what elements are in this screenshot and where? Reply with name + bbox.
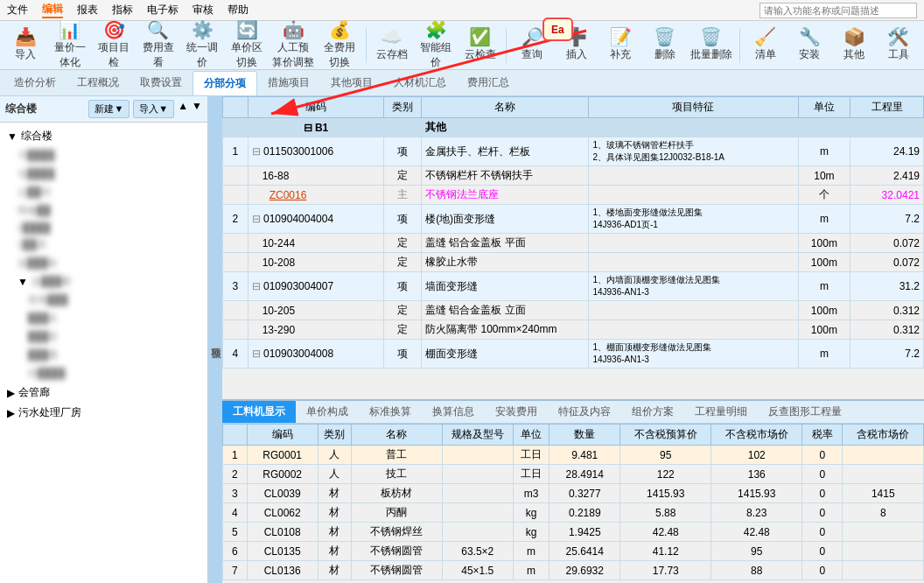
unit-switch-button[interactable]: 🔄 单价区切换 <box>227 25 268 67</box>
import-sidebar-button[interactable]: 导入▼ <box>133 100 174 118</box>
tab-fee-summary[interactable]: 费用汇总 <box>457 71 520 95</box>
ai-price-button[interactable]: 🤖 人工预算价调整 <box>270 25 316 67</box>
code-cell[interactable]: ⊟ 011503001006 <box>248 137 383 166</box>
batch-delete-button[interactable]: 🗑️ 批量删除 <box>689 25 734 67</box>
import-button[interactable]: 📥 导入 <box>5 25 46 67</box>
bt-code[interactable]: CL0135 <box>247 542 318 561</box>
tab-measures[interactable]: 措施项目 <box>257 71 320 95</box>
tree-item-root[interactable]: ▼ 综合楼 <box>0 126 207 146</box>
code-cell[interactable]: ⊟ 010904004004 <box>248 205 383 234</box>
tab-cost-analysis[interactable]: 造价分析 <box>4 71 66 95</box>
code-cell[interactable]: ⊟ 010903004007 <box>248 272 383 301</box>
collapse-button[interactable]: 整项目 <box>208 96 222 583</box>
tab-labor-material[interactable]: 人材机汇总 <box>383 71 457 95</box>
adjust-icon: ⚙️ <box>192 21 214 39</box>
menu-item-review[interactable]: 审核 <box>192 3 214 18</box>
install-button[interactable]: 🔧 安装 <box>789 25 830 67</box>
bt-code[interactable]: CL0062 <box>247 503 318 523</box>
insert-button[interactable]: ➕ 插入 <box>556 25 597 67</box>
list-item[interactable]: 1████ <box>0 220 207 235</box>
code-cell[interactable]: 10-208 <box>248 253 383 272</box>
list-item[interactable]: ███水 <box>0 309 207 327</box>
unit-cell <box>798 118 850 137</box>
tree-item-hall[interactable]: ▼ 会███楼 <box>0 272 207 291</box>
tools-button[interactable]: 🛠️ 工具 <box>878 25 919 67</box>
up-icon[interactable]: ▲ <box>178 100 188 118</box>
bt-taxed: 8 <box>843 503 924 523</box>
menu-item-file[interactable]: 文件 <box>7 3 28 18</box>
bt-name: 不锈钢圆管 <box>351 542 442 561</box>
bt-code[interactable]: RG0001 <box>247 446 318 465</box>
adjust-button[interactable]: ⚙️ 统一调价 <box>182 25 223 67</box>
tab-sub-items[interactable]: 分部分项 <box>192 71 257 95</box>
list-item[interactable]: 卡████ <box>0 146 207 165</box>
tree-item-gallery[interactable]: ▶ 会管廊 <box>0 383 207 403</box>
collapse-row-btn[interactable]: ⊟ <box>252 348 261 360</box>
query-button[interactable]: 🔎 查询 <box>512 25 553 67</box>
list-item[interactable]: 仓████ <box>0 165 207 183</box>
unified-button[interactable]: 📊 量价一体化 <box>50 25 91 67</box>
menu-item-electronic[interactable]: 电子标 <box>147 3 178 18</box>
supplement-button[interactable]: 📝 补充 <box>600 25 641 67</box>
bottom-tab-group[interactable]: 组价方案 <box>621 401 684 423</box>
list-item[interactable]: ███采 <box>0 327 207 346</box>
zccode-link[interactable]: ZC0016 <box>270 189 307 201</box>
bottom-tab-feature[interactable]: 特征及内容 <box>548 401 621 423</box>
bt-market: 8.23 <box>711 503 802 523</box>
code-cell[interactable]: 10-244 <box>248 234 383 253</box>
expand-btn[interactable]: ⊟ <box>304 122 312 134</box>
new-button[interactable]: 新建▼ <box>88 100 130 118</box>
list-item[interactable]: 维修██ <box>0 201 207 220</box>
code-cell[interactable]: 10-205 <box>248 301 383 320</box>
bottom-tab-calc-info[interactable]: 换算信息 <box>422 401 485 423</box>
menu-item-report[interactable]: 报表 <box>77 3 98 18</box>
bt-qty: 9.481 <box>550 446 620 465</box>
menu-item-help[interactable]: 帮助 <box>228 3 248 18</box>
code-cell[interactable]: ZC0016 <box>248 186 383 205</box>
code-cell[interactable]: ⊟ 010903004008 <box>248 340 383 369</box>
down-icon[interactable]: ▼ <box>192 100 202 118</box>
bottom-tab-install-fee[interactable]: 安装费用 <box>485 401 548 423</box>
list-item[interactable]: 公██间 <box>0 183 207 201</box>
name-cell: 盖缝 铝合金盖板 平面 <box>422 234 589 253</box>
tab-project-overview[interactable]: 工程概况 <box>66 71 130 95</box>
list-item[interactable]: 1██房 <box>0 235 207 254</box>
bt-code[interactable]: CL0039 <box>247 484 318 503</box>
bottom-tab-labor[interactable]: 工料机显示 <box>222 401 296 423</box>
code-cell[interactable]: 16-88 <box>248 166 383 186</box>
collapse-row-btn[interactable]: ⊟ <box>252 280 261 292</box>
delete-button[interactable]: 🗑️ 删除 <box>645 25 686 67</box>
collapse-row-btn[interactable]: ⊟ <box>252 213 261 225</box>
smart-group-button[interactable]: 🧩 智能组价 <box>416 25 457 67</box>
main-table: 编码 类别 名称 项目特征 单位 工程里 ⊟ B1 <box>222 96 924 369</box>
bt-code[interactable]: CL0108 <box>247 523 318 542</box>
list-item[interactable]: ███通 <box>0 346 207 364</box>
list-item[interactable]: 业███制 <box>0 254 207 272</box>
bottom-tab-qty-detail[interactable]: 工程量明细 <box>684 401 758 423</box>
bottom-tab-std-calc[interactable]: 标准换算 <box>359 401 422 423</box>
full-fee-button[interactable]: 💰 全费用切换 <box>319 25 360 67</box>
bt-code[interactable]: CL0136 <box>247 561 318 580</box>
menu-item-index[interactable]: 指标 <box>112 3 133 18</box>
clear-button[interactable]: 🧹 清单 <box>746 25 787 67</box>
cloud-check-button[interactable]: ✅ 云检查 <box>460 25 501 67</box>
collapse-row-btn[interactable]: ⊟ <box>252 145 261 158</box>
cloud-save-button[interactable]: ☁️ 云存档 <box>371 25 412 67</box>
table-row: 10-208 定 橡胶止水带 100m 0.072 <box>223 253 924 272</box>
other-button[interactable]: 📦 其他 <box>834 25 875 67</box>
bottom-tab-reverse[interactable]: 反查图形工程量 <box>758 401 852 423</box>
target-button[interactable]: 🎯 项目目检 <box>94 25 135 67</box>
tab-other-projects[interactable]: 其他项目 <box>320 71 383 95</box>
search-input[interactable] <box>760 3 917 18</box>
bottom-tab-unit-price[interactable]: 单价构成 <box>296 401 359 423</box>
bt-code[interactable]: RG0002 <box>247 465 318 484</box>
code-cell[interactable]: 13-290 <box>248 320 383 340</box>
menu-item-edit[interactable]: 编辑 <box>42 2 63 18</box>
code-cell[interactable]: ⊟ B1 <box>248 118 383 137</box>
tab-fee-settings[interactable]: 取费设置 <box>130 71 192 95</box>
fee-check-button[interactable]: 🔍 费用查看 <box>138 25 179 67</box>
tree-item-sewage[interactable]: ▶ 污水处理厂房 <box>0 403 207 423</box>
main-table-section: 编码 类别 名称 项目特征 单位 工程里 ⊟ B1 <box>222 96 924 399</box>
list-item[interactable]: 综████ <box>0 364 207 383</box>
list-item[interactable]: 装饰███ <box>0 291 207 309</box>
